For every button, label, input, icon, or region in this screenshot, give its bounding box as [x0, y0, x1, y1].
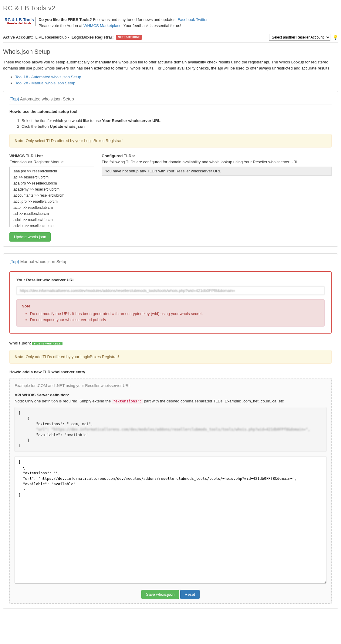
code-example: [ { "extensions": ".com,.net", "url": "h…: [15, 407, 326, 452]
howto-manual-heading: Howto add a new TLD whoisserver entry: [9, 369, 332, 375]
manual-panel: (Top) Manual whois.json Setup Your Resel…: [3, 253, 338, 609]
whois-json-textarea[interactable]: [15, 456, 326, 584]
twitter-link[interactable]: Twitter: [196, 17, 208, 22]
tool-list: Tool 1# - Automated whois.json Setup Too…: [3, 74, 338, 86]
automated-panel: (Top) Automated whois.json Setup Howto u…: [3, 91, 338, 247]
example-box: Example for .COM and .NET using your Res…: [9, 378, 332, 604]
auto-note: Note: Only select TLDs offered by your L…: [9, 134, 332, 148]
tld-option[interactable]: .adult >> resellerclubrcm: [11, 217, 93, 223]
tld-option[interactable]: .aca.pro >> resellerclubrcm: [11, 180, 93, 186]
facebook-link[interactable]: Facebook: [178, 17, 195, 22]
top-link-manual[interactable]: (Top): [9, 259, 19, 264]
url-subpanel: Your Reseller whoisserver URL Note: Do n…: [9, 271, 332, 334]
writable-badge: FILE IS WRITABLE: [32, 342, 62, 345]
registrar-badge: NETEARTHONE: [116, 35, 142, 40]
configured-empty-message: You have not setup any TLD's with Your R…: [102, 167, 332, 176]
tld-option[interactable]: .accountants >> resellerclubrcm: [11, 192, 93, 198]
account-row: Active Account: LIVE Resellerclub - Logi…: [3, 32, 338, 43]
save-whois-button[interactable]: Save whois.json: [141, 590, 179, 599]
tool1-link[interactable]: Tool 1# - Automated whois.json Setup: [15, 75, 81, 79]
tld-option[interactable]: .adv.br >> resellerclubrcm: [11, 223, 93, 227]
page-title: RC & LB Tools v2: [3, 3, 338, 13]
url-label: Your Reseller whoisserver URL: [16, 277, 325, 283]
reseller-account-select[interactable]: Select another Reseller Account: [269, 34, 330, 41]
tld-option[interactable]: .academy >> resellerclubrcm: [11, 186, 93, 192]
tld-option[interactable]: .acct.pro >> resellerclubrcm: [11, 198, 93, 205]
logo: RC & LB ToolsResellerclub Mods: [3, 17, 35, 26]
tld-option[interactable]: .ac >> resellerclubrcm: [11, 174, 93, 180]
top-link-auto[interactable]: (Top): [9, 97, 19, 101]
manual-note: Note: Do not modify the URL. It has been…: [16, 299, 325, 327]
section-title: Whois.json Setup: [3, 47, 338, 56]
header-block: RC & LB ToolsResellerclub Mods Do you li…: [3, 17, 338, 29]
tld-list-heading: WHMCS TLD List:: [9, 153, 94, 159]
marketplace-link[interactable]: WHMCS Marketplace: [83, 23, 121, 28]
update-whois-button[interactable]: Update whois.json: [9, 232, 51, 242]
reset-button[interactable]: Reset: [180, 590, 200, 599]
whois-json-heading: whois.json: FILE IS WRITABLE: [9, 340, 332, 346]
tld-multiselect[interactable]: .aaa.pro >> resellerclubrcm.ac >> resell…: [9, 167, 94, 227]
auto-steps: Select the tlds for which you would like…: [9, 118, 332, 130]
whois-note: Note: Only add TLDs offered by your Logi…: [9, 350, 332, 364]
tool2-link[interactable]: Tool 2# - Manual whois.json Setup: [15, 81, 75, 85]
intro-text: These two tools allows you to setup auto…: [3, 59, 338, 71]
tld-option[interactable]: .ad >> resellerclubrcm: [11, 211, 93, 217]
whoisserver-url-input[interactable]: [16, 286, 325, 295]
header-text: Do you like the FREE Tools? Follow us an…: [39, 17, 208, 29]
configured-heading: Configured TLDs:: [102, 153, 332, 159]
tld-option[interactable]: .actor >> resellerclubrcm: [11, 205, 93, 211]
tld-option[interactable]: .aaa.pro >> resellerclubrcm: [11, 168, 93, 174]
lightbulb-icon: 💡: [333, 34, 338, 41]
howto-auto-heading: Howto use the automated setup tool: [9, 109, 332, 115]
